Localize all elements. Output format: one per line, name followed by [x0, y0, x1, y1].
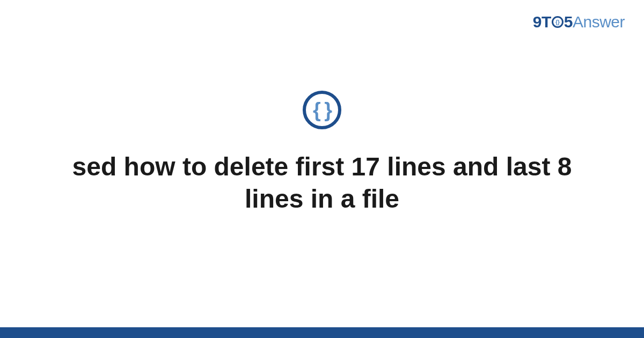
- braces-icon: { }: [313, 100, 331, 120]
- page-title: sed how to delete first 17 lines and las…: [54, 151, 590, 215]
- bottom-accent-bar: [0, 327, 644, 338]
- main-content: { } sed how to delete first 17 lines and…: [0, 0, 644, 338]
- code-icon: { }: [303, 91, 341, 129]
